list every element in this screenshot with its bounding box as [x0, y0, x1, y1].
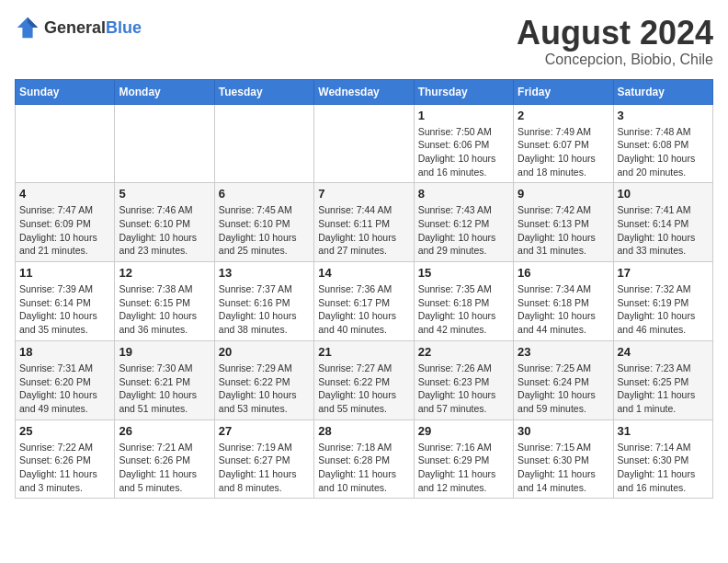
day-info: Sunrise: 7:21 AM Sunset: 6:26 PM Dayligh…: [119, 441, 210, 495]
calendar-cell: 1Sunrise: 7:50 AM Sunset: 6:06 PM Daylig…: [414, 104, 513, 183]
calendar-cell: [16, 104, 115, 183]
day-number: 10: [618, 187, 709, 201]
day-info: Sunrise: 7:19 AM Sunset: 6:27 PM Dayligh…: [219, 441, 310, 495]
calendar-cell: 3Sunrise: 7:48 AM Sunset: 6:08 PM Daylig…: [613, 104, 712, 183]
day-header-monday: Monday: [115, 79, 214, 104]
calendar-cell: 14Sunrise: 7:36 AM Sunset: 6:17 PM Dayli…: [314, 262, 414, 341]
day-number: 12: [119, 266, 210, 280]
day-number: 1: [418, 109, 509, 122]
day-info: Sunrise: 7:47 AM Sunset: 6:09 PM Dayligh…: [19, 203, 110, 258]
day-info: Sunrise: 7:43 AM Sunset: 6:12 PM Dayligh…: [418, 203, 509, 258]
calendar-cell: 9Sunrise: 7:42 AM Sunset: 6:13 PM Daylig…: [514, 183, 613, 262]
calendar-cell: 29Sunrise: 7:16 AM Sunset: 6:29 PM Dayli…: [414, 419, 513, 499]
calendar-cell: [314, 104, 414, 183]
calendar-cell: 26Sunrise: 7:21 AM Sunset: 6:26 PM Dayli…: [115, 419, 214, 499]
calendar-cell: 23Sunrise: 7:25 AM Sunset: 6:24 PM Dayli…: [514, 340, 613, 419]
day-info: Sunrise: 7:30 AM Sunset: 6:21 PM Dayligh…: [119, 362, 210, 416]
day-info: Sunrise: 7:37 AM Sunset: 6:16 PM Dayligh…: [219, 282, 310, 337]
day-number: 31: [618, 424, 709, 438]
day-number: 26: [119, 424, 210, 438]
calendar-subtitle: Concepcion, Biobio, Chile: [517, 52, 713, 68]
day-header-tuesday: Tuesday: [214, 79, 313, 104]
day-number: 7: [318, 187, 409, 201]
logo: GeneralBlue: [15, 15, 142, 40]
week-row-3: 11Sunrise: 7:39 AM Sunset: 6:14 PM Dayli…: [16, 262, 713, 341]
week-row-4: 18Sunrise: 7:31 AM Sunset: 6:20 PM Dayli…: [16, 340, 713, 419]
day-number: 3: [618, 109, 709, 122]
calendar-cell: 10Sunrise: 7:41 AM Sunset: 6:14 PM Dayli…: [613, 183, 712, 262]
day-number: 14: [318, 266, 409, 280]
day-number: 23: [518, 345, 609, 359]
day-number: 4: [19, 187, 110, 201]
day-info: Sunrise: 7:16 AM Sunset: 6:29 PM Dayligh…: [418, 441, 509, 495]
day-info: Sunrise: 7:35 AM Sunset: 6:18 PM Dayligh…: [418, 282, 509, 337]
calendar-cell: 2Sunrise: 7:49 AM Sunset: 6:07 PM Daylig…: [514, 104, 613, 183]
day-number: 29: [418, 424, 509, 438]
header-row: SundayMondayTuesdayWednesdayThursdayFrid…: [16, 79, 713, 104]
day-number: 15: [418, 266, 509, 280]
calendar-cell: [115, 104, 214, 183]
calendar-cell: 8Sunrise: 7:43 AM Sunset: 6:12 PM Daylig…: [414, 183, 513, 262]
day-number: 19: [119, 345, 210, 359]
logo-text-blue: Blue: [106, 18, 142, 37]
day-info: Sunrise: 7:23 AM Sunset: 6:25 PM Dayligh…: [618, 362, 709, 416]
calendar-cell: 31Sunrise: 7:14 AM Sunset: 6:30 PM Dayli…: [613, 419, 712, 499]
day-info: Sunrise: 7:27 AM Sunset: 6:22 PM Dayligh…: [318, 362, 409, 416]
day-info: Sunrise: 7:25 AM Sunset: 6:24 PM Dayligh…: [518, 362, 609, 416]
day-info: Sunrise: 7:44 AM Sunset: 6:11 PM Dayligh…: [318, 203, 409, 258]
day-number: 16: [518, 266, 609, 280]
day-number: 6: [219, 187, 310, 201]
day-info: Sunrise: 7:45 AM Sunset: 6:10 PM Dayligh…: [219, 203, 310, 258]
day-info: Sunrise: 7:36 AM Sunset: 6:17 PM Dayligh…: [318, 282, 409, 337]
week-row-2: 4Sunrise: 7:47 AM Sunset: 6:09 PM Daylig…: [16, 183, 713, 262]
day-number: 8: [418, 187, 509, 201]
calendar-cell: [214, 104, 313, 183]
calendar-title: August 2024: [517, 15, 713, 52]
calendar-cell: 7Sunrise: 7:44 AM Sunset: 6:11 PM Daylig…: [314, 183, 414, 262]
calendar-cell: 16Sunrise: 7:34 AM Sunset: 6:18 PM Dayli…: [514, 262, 613, 341]
day-number: 9: [518, 187, 609, 201]
day-number: 27: [219, 424, 310, 438]
page-header: GeneralBlue August 2024 Concepcion, Biob…: [15, 15, 713, 68]
day-number: 17: [618, 266, 709, 280]
calendar-cell: 27Sunrise: 7:19 AM Sunset: 6:27 PM Dayli…: [214, 419, 313, 499]
day-info: Sunrise: 7:42 AM Sunset: 6:13 PM Dayligh…: [518, 203, 609, 258]
calendar-cell: 22Sunrise: 7:26 AM Sunset: 6:23 PM Dayli…: [414, 340, 513, 419]
day-info: Sunrise: 7:32 AM Sunset: 6:19 PM Dayligh…: [618, 282, 709, 337]
day-info: Sunrise: 7:34 AM Sunset: 6:18 PM Dayligh…: [518, 282, 609, 337]
day-number: 2: [518, 109, 609, 122]
calendar-cell: 28Sunrise: 7:18 AM Sunset: 6:28 PM Dayli…: [314, 419, 414, 499]
day-info: Sunrise: 7:39 AM Sunset: 6:14 PM Dayligh…: [19, 282, 110, 337]
day-number: 25: [19, 424, 110, 438]
calendar-cell: 12Sunrise: 7:38 AM Sunset: 6:15 PM Dayli…: [115, 262, 214, 341]
calendar-table: SundayMondayTuesdayWednesdayThursdayFrid…: [15, 79, 713, 500]
day-info: Sunrise: 7:14 AM Sunset: 6:30 PM Dayligh…: [618, 441, 709, 495]
day-info: Sunrise: 7:46 AM Sunset: 6:10 PM Dayligh…: [119, 203, 210, 258]
day-header-wednesday: Wednesday: [314, 79, 414, 104]
day-info: Sunrise: 7:31 AM Sunset: 6:20 PM Dayligh…: [19, 362, 110, 416]
calendar-cell: 18Sunrise: 7:31 AM Sunset: 6:20 PM Dayli…: [16, 340, 115, 419]
calendar-cell: 15Sunrise: 7:35 AM Sunset: 6:18 PM Dayli…: [414, 262, 513, 341]
day-number: 11: [19, 266, 110, 280]
calendar-cell: 17Sunrise: 7:32 AM Sunset: 6:19 PM Dayli…: [613, 262, 712, 341]
calendar-cell: 6Sunrise: 7:45 AM Sunset: 6:10 PM Daylig…: [214, 183, 313, 262]
day-info: Sunrise: 7:49 AM Sunset: 6:07 PM Dayligh…: [518, 125, 609, 179]
day-header-saturday: Saturday: [613, 79, 712, 104]
calendar-cell: 19Sunrise: 7:30 AM Sunset: 6:21 PM Dayli…: [115, 340, 214, 419]
day-header-sunday: Sunday: [16, 79, 115, 104]
day-header-thursday: Thursday: [414, 79, 513, 104]
day-info: Sunrise: 7:41 AM Sunset: 6:14 PM Dayligh…: [618, 203, 709, 258]
day-header-friday: Friday: [514, 79, 613, 104]
day-info: Sunrise: 7:38 AM Sunset: 6:15 PM Dayligh…: [119, 282, 210, 337]
logo-icon: [15, 15, 40, 40]
calendar-cell: 5Sunrise: 7:46 AM Sunset: 6:10 PM Daylig…: [115, 183, 214, 262]
day-number: 20: [219, 345, 310, 359]
calendar-cell: 25Sunrise: 7:22 AM Sunset: 6:26 PM Dayli…: [16, 419, 115, 499]
logo-text-general: General: [44, 18, 106, 37]
week-row-5: 25Sunrise: 7:22 AM Sunset: 6:26 PM Dayli…: [16, 419, 713, 499]
day-number: 28: [318, 424, 409, 438]
day-number: 22: [418, 345, 509, 359]
day-info: Sunrise: 7:15 AM Sunset: 6:30 PM Dayligh…: [518, 441, 609, 495]
day-number: 30: [518, 424, 609, 438]
day-info: Sunrise: 7:22 AM Sunset: 6:26 PM Dayligh…: [19, 441, 110, 495]
